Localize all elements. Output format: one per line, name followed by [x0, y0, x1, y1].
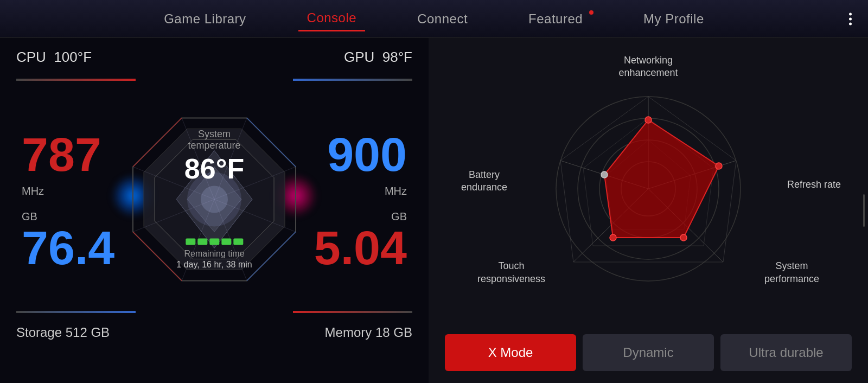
svg-point-33	[716, 163, 722, 169]
battery-info: Remaining time 1 day, 16 hr, 38 min	[176, 238, 252, 270]
memory-label: Memory 18 GB	[325, 325, 412, 340]
scroll-hint	[863, 194, 865, 227]
right-panel: Networkingenhancement Refresh rate Syste…	[429, 38, 868, 383]
bar-top-right	[293, 79, 412, 81]
battery-bar-3	[209, 238, 219, 245]
battery-bar-5	[233, 238, 243, 245]
tab-game-library[interactable]: Game Library	[155, 7, 254, 31]
svg-point-34	[680, 234, 687, 241]
more-menu-button[interactable]	[849, 12, 852, 25]
cpu-mhz-value: 787	[22, 131, 101, 178]
left-panel: CPU 100°F GPU 98°F MHz MHz 787 900	[0, 38, 429, 383]
tab-connect[interactable]: Connect	[409, 7, 476, 31]
gauge-area: MHz MHz 787 900	[16, 71, 412, 321]
svg-marker-31	[604, 120, 719, 238]
gpu-mhz-unit: MHz	[385, 185, 407, 197]
battery-bar-2	[197, 238, 207, 245]
radar-label-bottom-left: Touchresponsiveness	[477, 260, 545, 285]
remaining-value: 1 day, 16 hr, 38 min	[176, 260, 252, 270]
octagon-container: System temperature 86°F Remaining time 1…	[127, 112, 301, 286]
bar-bottom-left	[16, 311, 136, 313]
temp-labels: CPU 100°F GPU 98°F	[16, 49, 412, 66]
storage-label: Storage 512 GB	[16, 325, 110, 340]
x-mode-button[interactable]: X Mode	[445, 334, 576, 371]
tab-console[interactable]: Console	[298, 6, 366, 31]
radar-label-bottom-right: Systemperformance	[764, 260, 819, 285]
sys-temp-value: 86°F	[171, 152, 258, 185]
cpu-mhz-unit: MHz	[22, 185, 44, 197]
mode-buttons: X Mode Dynamic Ultra durable	[445, 329, 852, 372]
tab-featured[interactable]: Featured	[520, 7, 591, 31]
battery-bars	[176, 238, 252, 245]
cpu-temp-label: CPU 100°F	[16, 49, 92, 66]
bar-bottom-right	[293, 311, 412, 313]
radar-chart	[534, 75, 762, 303]
svg-point-35	[610, 234, 616, 241]
cpu-gb-value: 76.4	[22, 224, 114, 272]
radar-label-top: Networkingenhancement	[618, 54, 678, 80]
radar-container: Networkingenhancement Refresh rate Syste…	[445, 49, 852, 329]
radar-label-left: Batteryendurance	[461, 169, 507, 194]
bottom-labels: Storage 512 GB Memory 18 GB	[16, 325, 412, 340]
gpu-temp-label: GPU 98°F	[344, 49, 412, 66]
radar-label-right: Refresh rate	[787, 178, 841, 191]
main-content: CPU 100°F GPU 98°F MHz MHz 787 900	[0, 38, 868, 383]
gpu-mhz-value: 900	[327, 131, 407, 178]
nav-bar: Game Library Console Connect Featured My…	[0, 0, 868, 38]
bar-top-left	[16, 79, 136, 81]
gpu-gb-value: 5.04	[314, 224, 407, 272]
svg-point-14	[201, 186, 228, 213]
tab-my-profile[interactable]: My Profile	[635, 7, 713, 31]
sys-temp-label: System temperature	[171, 129, 258, 151]
sys-temp: System temperature 86°F	[171, 129, 258, 185]
ultra-durable-button[interactable]: Ultra durable	[720, 334, 852, 371]
svg-point-36	[601, 171, 608, 178]
battery-bar-4	[221, 238, 231, 245]
svg-point-32	[645, 117, 652, 123]
dynamic-button[interactable]: Dynamic	[583, 334, 714, 371]
remaining-label: Remaining time	[176, 249, 252, 259]
battery-bar-1	[186, 238, 195, 245]
